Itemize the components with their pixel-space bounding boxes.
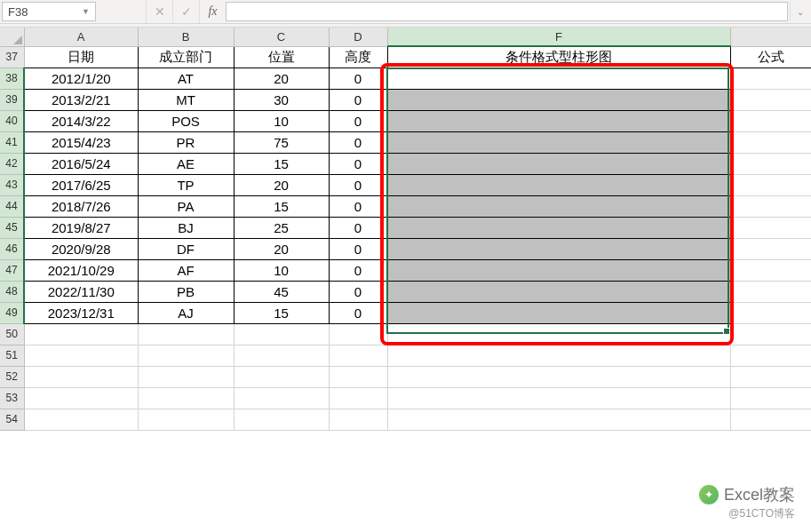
- row-header-51[interactable]: 51: [0, 345, 24, 366]
- row-header-39[interactable]: 39: [0, 89, 24, 110]
- cell-empty-50-0[interactable]: [24, 323, 138, 345]
- cell-B44[interactable]: PA: [138, 195, 234, 217]
- column-header-F[interactable]: F: [387, 28, 730, 46]
- cell-B40[interactable]: POS: [138, 110, 234, 131]
- cell-empty-52-2[interactable]: [234, 366, 329, 387]
- cell-empty-54-1[interactable]: [138, 409, 234, 430]
- cell-D40[interactable]: 0: [329, 110, 387, 131]
- cell-B39[interactable]: MT: [138, 89, 234, 110]
- cell-D38[interactable]: 0: [329, 67, 387, 89]
- row-header-45[interactable]: 45: [0, 217, 24, 238]
- cell-C41[interactable]: 75: [234, 131, 329, 153]
- row-header-52[interactable]: 52: [0, 366, 24, 387]
- row-header-43[interactable]: 43: [0, 174, 24, 195]
- cell-empty-53-0[interactable]: [24, 387, 138, 409]
- confirm-formula-button[interactable]: ✓: [172, 0, 199, 23]
- cell-B49[interactable]: AJ: [138, 302, 234, 323]
- row-header-47[interactable]: 47: [0, 259, 24, 281]
- cell-D49[interactable]: 0: [329, 302, 387, 323]
- cell-B38[interactable]: AT: [138, 67, 234, 89]
- cell-F41[interactable]: [387, 131, 730, 153]
- cell-G45[interactable]: [730, 217, 811, 238]
- cell-C42[interactable]: 15: [234, 153, 329, 174]
- cell-F45[interactable]: [387, 217, 730, 238]
- cell-G38[interactable]: [730, 67, 811, 89]
- cell-B46[interactable]: DF: [138, 238, 234, 259]
- cell-empty-51-0[interactable]: [24, 345, 138, 366]
- cell-C38[interactable]: 20: [234, 67, 329, 89]
- cell-G41[interactable]: [730, 131, 811, 153]
- cell-empty-50-1[interactable]: [138, 323, 234, 345]
- cell-empty-52-4[interactable]: [387, 366, 730, 387]
- worksheet[interactable]: ABCDF37日期成立部门位置高度条件格式型柱形图公式382012/1/20AT…: [0, 28, 811, 532]
- cell-G40[interactable]: [730, 110, 811, 131]
- row-header-44[interactable]: 44: [0, 195, 24, 217]
- cell-D44[interactable]: 0: [329, 195, 387, 217]
- cell-C43[interactable]: 20: [234, 174, 329, 195]
- column-header-B[interactable]: B: [138, 28, 234, 46]
- cell-F38[interactable]: [387, 67, 730, 89]
- cell-G42[interactable]: [730, 153, 811, 174]
- formula-input[interactable]: [226, 2, 788, 21]
- cell-C37[interactable]: 位置: [234, 46, 329, 67]
- row-header-37[interactable]: 37: [0, 46, 24, 67]
- row-header-50[interactable]: 50: [0, 323, 24, 345]
- cell-B47[interactable]: AF: [138, 259, 234, 281]
- cell-C40[interactable]: 10: [234, 110, 329, 131]
- cell-F42[interactable]: [387, 153, 730, 174]
- cell-C47[interactable]: 10: [234, 259, 329, 281]
- cell-A38[interactable]: 2012/1/20: [24, 67, 138, 89]
- cell-D37[interactable]: 高度: [329, 46, 387, 67]
- cell-empty-54-5[interactable]: [730, 409, 811, 430]
- cell-empty-50-5[interactable]: [730, 323, 811, 345]
- cell-G47[interactable]: [730, 259, 811, 281]
- cell-D42[interactable]: 0: [329, 153, 387, 174]
- cell-F40[interactable]: [387, 110, 730, 131]
- cell-empty-54-3[interactable]: [329, 409, 387, 430]
- cell-empty-53-5[interactable]: [730, 387, 811, 409]
- row-header-46[interactable]: 46: [0, 238, 24, 259]
- cell-F49[interactable]: [387, 302, 730, 323]
- cell-F44[interactable]: [387, 195, 730, 217]
- cell-empty-52-1[interactable]: [138, 366, 234, 387]
- cell-empty-54-4[interactable]: [387, 409, 730, 430]
- cell-F43[interactable]: [387, 174, 730, 195]
- cell-empty-50-3[interactable]: [329, 323, 387, 345]
- cell-F37[interactable]: 条件格式型柱形图: [387, 46, 730, 67]
- insert-function-button[interactable]: fx: [199, 0, 226, 23]
- row-header-53[interactable]: 53: [0, 387, 24, 409]
- cell-D43[interactable]: 0: [329, 174, 387, 195]
- cell-F48[interactable]: [387, 281, 730, 302]
- cell-B43[interactable]: TP: [138, 174, 234, 195]
- row-header-41[interactable]: 41: [0, 131, 24, 153]
- cell-D46[interactable]: 0: [329, 238, 387, 259]
- cell-C49[interactable]: 15: [234, 302, 329, 323]
- cell-C46[interactable]: 20: [234, 238, 329, 259]
- cell-A48[interactable]: 2022/11/30: [24, 281, 138, 302]
- cell-G39[interactable]: [730, 89, 811, 110]
- cell-B41[interactable]: PR: [138, 131, 234, 153]
- cell-B45[interactable]: BJ: [138, 217, 234, 238]
- row-header-49[interactable]: 49: [0, 302, 24, 323]
- cell-A39[interactable]: 2013/2/21: [24, 89, 138, 110]
- cell-empty-52-5[interactable]: [730, 366, 811, 387]
- cell-empty-50-2[interactable]: [234, 323, 329, 345]
- cell-A40[interactable]: 2014/3/22: [24, 110, 138, 131]
- cell-D47[interactable]: 0: [329, 259, 387, 281]
- cell-D39[interactable]: 0: [329, 89, 387, 110]
- cell-empty-51-4[interactable]: [387, 345, 730, 366]
- cell-A44[interactable]: 2018/7/26: [24, 195, 138, 217]
- cell-empty-51-5[interactable]: [730, 345, 811, 366]
- cell-G46[interactable]: [730, 238, 811, 259]
- column-header-D[interactable]: D: [329, 28, 387, 46]
- name-box[interactable]: F38 ▼: [2, 2, 96, 21]
- column-header-C[interactable]: C: [234, 28, 329, 46]
- cell-A45[interactable]: 2019/8/27: [24, 217, 138, 238]
- expand-formula-bar-button[interactable]: ⌄: [790, 2, 809, 21]
- cell-C45[interactable]: 25: [234, 217, 329, 238]
- cell-A49[interactable]: 2023/12/31: [24, 302, 138, 323]
- cell-G43[interactable]: [730, 174, 811, 195]
- cancel-formula-button[interactable]: ✕: [146, 0, 172, 23]
- cell-empty-54-2[interactable]: [234, 409, 329, 430]
- select-all-button[interactable]: [0, 28, 24, 46]
